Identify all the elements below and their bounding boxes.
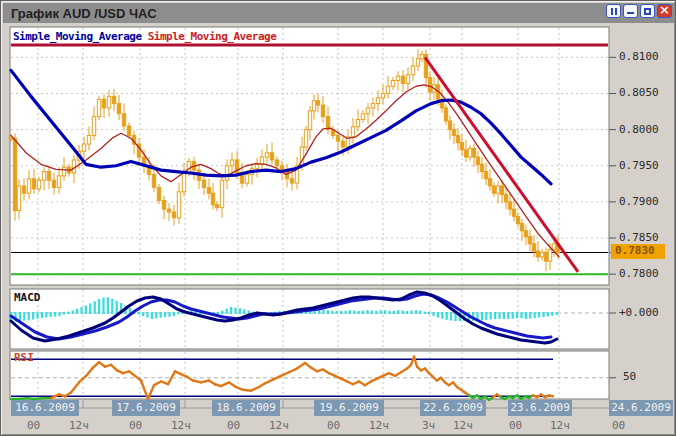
chart-window: График AUD /USD ЧАС Simple_Moving_Averag… [0,0,676,436]
date-label: 17.6.2009 [112,400,180,416]
time-label: 3ч [422,419,435,432]
price-tick-label: 0.8000 [619,123,659,136]
time-label: 00 [612,419,625,432]
price-tick-label: 0.7900 [619,195,659,208]
price-tick-label: 0.8050 [619,86,659,99]
date-label: 22.6.2009 [420,400,486,416]
time-label: 00 [129,419,142,432]
legend-sma-blue: Simple_Moving_Average [13,30,142,43]
chart-canvas[interactable] [1,1,676,436]
current-price-badge: 0.7830 [611,244,665,259]
rsi-panel-label: RSI [14,351,34,364]
time-label: 00 [227,419,240,432]
date-label: 19.6.2009 [314,400,384,416]
time-label: 00 [509,419,522,432]
price-tick-label: 0.8100 [619,50,659,63]
legend-sma-red: Simple_Moving_Average [148,30,277,43]
time-label: 12ч [269,419,289,432]
date-label: 23.6.2009 [508,400,572,416]
time-label: 12ч [171,419,191,432]
time-label: 12ч [453,419,473,432]
date-label: 16.6.2009 [11,400,79,416]
price-tick-label: 0.7850 [619,231,659,244]
time-label: 12ч [69,419,89,432]
chart-legend: Simple_Moving_Average Simple_Moving_Aver… [13,30,276,43]
time-label: 12ч [369,419,389,432]
time-label: 00 [327,419,340,432]
time-label: 12ч [550,419,570,432]
price-tick-label: 0.7950 [619,159,659,172]
rsi-panel[interactable] [10,351,609,399]
date-label: 24.6.2009 [609,400,673,416]
macd-zero-label: +0.000 [619,306,659,319]
date-label: 18.6.2009 [212,400,280,416]
price-tick-label: 0.7800 [619,267,659,280]
macd-panel-label: MACD [14,291,41,304]
rsi-mid-label: 50 [623,370,636,383]
time-label: 00 [27,419,40,432]
